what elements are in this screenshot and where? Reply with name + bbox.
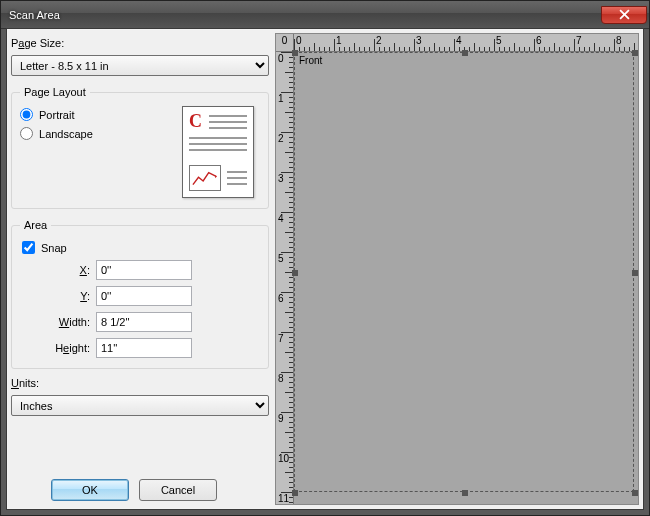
resize-handle[interactable] xyxy=(632,490,638,496)
area-legend: Area xyxy=(20,219,51,231)
ruler-h-number: 6 xyxy=(536,35,542,46)
resize-handle[interactable] xyxy=(632,50,638,56)
y-label: Y: xyxy=(20,290,90,302)
layout-thumbnail: C xyxy=(182,106,254,198)
resize-handle[interactable] xyxy=(462,490,468,496)
page-size-select[interactable]: Letter - 8.5 x 11 in xyxy=(11,55,269,76)
resize-handle[interactable] xyxy=(632,270,638,276)
cancel-button[interactable]: Cancel xyxy=(139,479,217,501)
close-icon xyxy=(619,9,630,20)
page-outline[interactable]: Front xyxy=(294,52,634,492)
units-select[interactable]: Inches xyxy=(11,395,269,416)
ruler-vertical: 01234567891011 xyxy=(276,52,294,504)
portrait-radio[interactable]: Portrait xyxy=(20,108,172,121)
window-title: Scan Area xyxy=(9,9,544,21)
resize-handle[interactable] xyxy=(462,50,468,56)
resize-handle[interactable] xyxy=(292,490,298,496)
preview-canvas[interactable]: Front xyxy=(294,52,638,504)
ruler-v-number: 9 xyxy=(278,413,284,424)
ruler-v-number: 0 xyxy=(278,53,284,64)
preview-pane: 0 012345678 01234567891011 Front xyxy=(275,33,639,505)
left-panel: Page Size: Letter - 8.5 x 11 in Page Lay… xyxy=(11,33,269,505)
page-layout-legend: Page Layout xyxy=(20,86,90,98)
y-field[interactable] xyxy=(96,286,192,306)
ruler-v-number: 4 xyxy=(278,213,284,224)
button-bar: OK Cancel xyxy=(11,473,269,505)
ruler-v-number: 5 xyxy=(278,253,284,264)
ruler-h-number: 5 xyxy=(496,35,502,46)
ruler-v-number: 2 xyxy=(278,133,284,144)
ruler-h-number: 7 xyxy=(576,35,582,46)
dialog-client: Page Size: Letter - 8.5 x 11 in Page Lay… xyxy=(6,28,644,510)
ruler-h-number: 0 xyxy=(296,35,302,46)
ruler-v-number: 1 xyxy=(278,93,284,104)
ruler-h-number: 2 xyxy=(376,35,382,46)
landscape-radio-input[interactable] xyxy=(20,127,33,140)
ruler-v-number: 8 xyxy=(278,373,284,384)
page-size-label: Page Size: xyxy=(11,37,269,49)
height-label: Height: xyxy=(20,342,90,354)
close-button[interactable] xyxy=(601,6,647,24)
x-label: X: xyxy=(20,264,90,276)
titlebar-buttons xyxy=(544,6,647,24)
ruler-h-number: 1 xyxy=(336,35,342,46)
landscape-radio[interactable]: Landscape xyxy=(20,127,172,140)
ruler-v-number: 6 xyxy=(278,293,284,304)
portrait-radio-input[interactable] xyxy=(20,108,33,121)
ok-button[interactable]: OK xyxy=(51,479,129,501)
height-field[interactable] xyxy=(96,338,192,358)
x-field[interactable] xyxy=(96,260,192,280)
page-layout-group: Page Layout Portrait Landscape C xyxy=(11,86,269,209)
resize-handle[interactable] xyxy=(292,270,298,276)
ruler-v-number: 3 xyxy=(278,173,284,184)
thumb-letter-c: C xyxy=(189,113,205,131)
ruler-v-number: 10 xyxy=(278,453,289,464)
resize-handle[interactable] xyxy=(292,50,298,56)
snap-checkbox[interactable]: Snap xyxy=(22,241,260,254)
ruler-v-number: 11 xyxy=(278,493,289,504)
front-label: Front xyxy=(299,55,322,66)
ruler-h-number: 8 xyxy=(616,35,622,46)
width-field[interactable] xyxy=(96,312,192,332)
snap-checkbox-input[interactable] xyxy=(22,241,35,254)
titlebar: Scan Area xyxy=(1,1,649,29)
area-group: Area Snap X: Y: Width: xyxy=(11,219,269,369)
ruler-h-number: 4 xyxy=(456,35,462,46)
portrait-radio-label: Portrait xyxy=(39,109,74,121)
units-label: Units: xyxy=(11,377,269,389)
landscape-radio-label: Landscape xyxy=(39,128,93,140)
snap-checkbox-label: Snap xyxy=(41,242,67,254)
width-label: Width: xyxy=(20,316,90,328)
ruler-h-number: 3 xyxy=(416,35,422,46)
thumb-chart-icon xyxy=(189,165,221,191)
ruler-v-number: 7 xyxy=(278,333,284,344)
